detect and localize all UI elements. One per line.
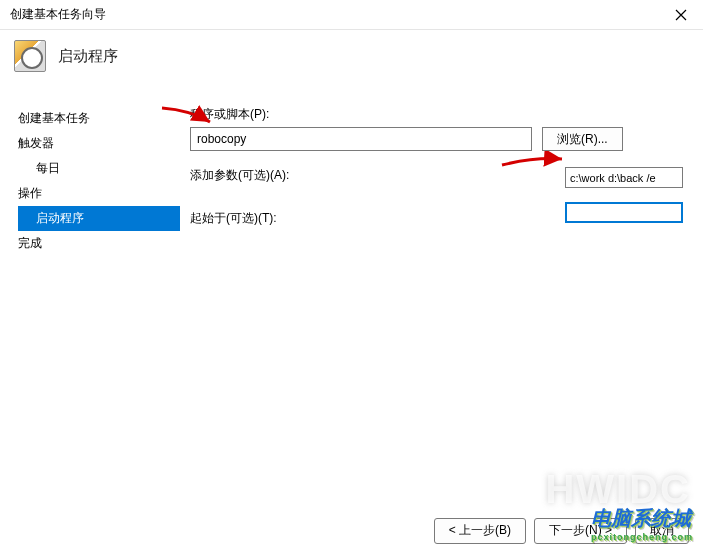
program-row: 浏览(R)... <box>190 127 689 151</box>
args-layout: 添加参数(可选)(A): 起始于(可选)(T): <box>190 167 689 231</box>
wizard-icon <box>14 40 46 72</box>
startin-label: 起始于(可选)(T): <box>190 210 289 227</box>
browse-button[interactable]: 浏览(R)... <box>542 127 623 151</box>
watermark-brand-text: 电脑系统城 <box>591 507 691 529</box>
sidebar-item-start-program[interactable]: 启动程序 <box>18 206 180 231</box>
args-input[interactable] <box>565 167 683 188</box>
startin-input[interactable] <box>565 202 683 223</box>
program-label: 程序或脚本(P): <box>190 106 689 123</box>
sidebar-item-create-task[interactable]: 创建基本任务 <box>18 106 190 131</box>
close-button[interactable] <box>669 3 693 27</box>
sidebar-item-action[interactable]: 操作 <box>18 181 190 206</box>
args-labels: 添加参数(可选)(A): 起始于(可选)(T): <box>190 167 289 231</box>
wizard-main: 程序或脚本(P): 浏览(R)... 添加参数(可选)(A): 起始于(可选)(… <box>190 96 703 506</box>
args-label: 添加参数(可选)(A): <box>190 167 289 184</box>
back-button[interactable]: < 上一步(B) <box>434 518 526 544</box>
wizard-body: 创建基本任务 触发器 每日 操作 启动程序 完成 程序或脚本(P): 浏览(R)… <box>0 86 703 506</box>
sidebar-item-trigger[interactable]: 触发器 <box>18 131 190 156</box>
program-field-group: 程序或脚本(P): 浏览(R)... <box>190 106 689 151</box>
window-title: 创建基本任务向导 <box>10 6 669 23</box>
wizard-window: 创建基本任务向导 启动程序 创建基本任务 触发器 每日 操作 启动程序 完成 程… <box>0 0 703 554</box>
wizard-header: 启动程序 <box>0 30 703 86</box>
watermark-brand: 电脑系统城 pcxitongcheng.com <box>591 505 693 542</box>
watermark-brand-sub: pcxitongcheng.com <box>591 532 693 542</box>
wizard-step-title: 启动程序 <box>58 47 118 66</box>
sidebar-item-finish[interactable]: 完成 <box>18 231 190 256</box>
args-inputs <box>565 167 685 231</box>
titlebar: 创建基本任务向导 <box>0 0 703 30</box>
wizard-sidebar: 创建基本任务 触发器 每日 操作 启动程序 完成 <box>0 96 190 506</box>
close-icon <box>675 9 687 21</box>
program-input[interactable] <box>190 127 532 151</box>
sidebar-item-daily[interactable]: 每日 <box>18 156 190 181</box>
